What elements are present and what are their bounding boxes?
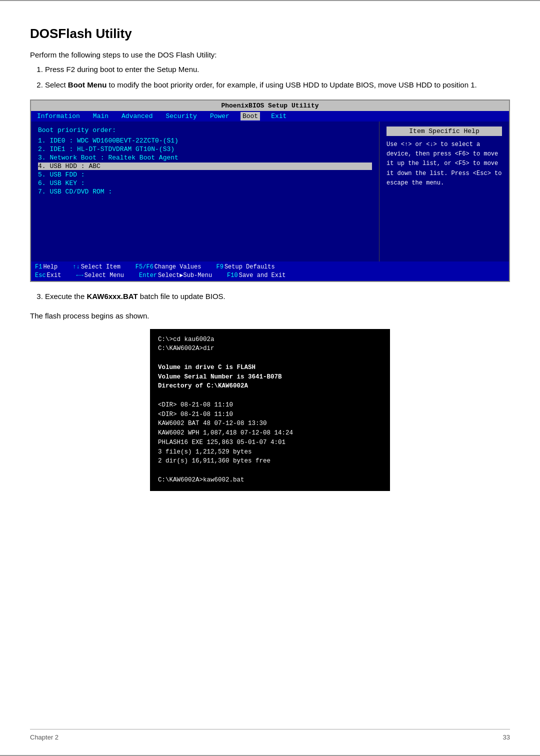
bios-footer-f9: F9 Setup Defaults	[216, 264, 274, 270]
bios-boot-item-0[interactable]: 1. IDE0 : WDC WD1600BEVT-22ZCT0-(S1)	[38, 137, 372, 144]
dos-line-14	[158, 466, 382, 476]
step-2-prefix: Select	[45, 80, 68, 89]
bios-boot-item-4[interactable]: 5. USB FDD :	[38, 171, 372, 178]
step-2-suffix: to modify the boot priority order, for e…	[106, 80, 476, 89]
dos-line-10: KAW6002 WPH 1,087,418 07-12-08 14:24	[158, 428, 382, 438]
bios-key-enter: Enter	[139, 272, 157, 279]
bios-menu-bar: Information Main Advanced Security Power…	[31, 111, 509, 122]
bios-menu-boot[interactable]: Boot	[240, 112, 260, 120]
bios-screenshot: PhoenixBIOS Setup Utility Information Ma…	[30, 100, 510, 282]
bios-label-exit: Exit	[47, 272, 62, 279]
bios-key-lr: ←→	[76, 272, 83, 279]
dos-line-1: C:\KAW6002A>dir	[158, 344, 382, 354]
bios-key-esc: Esc	[35, 272, 46, 279]
footer-chapter: Chapter 2	[30, 734, 58, 741]
bios-key-arrows: ↑↓	[72, 264, 80, 270]
bios-help-title: Item Specific Help	[386, 126, 502, 136]
step-1-text: Press F2 during boot to enter the Setup …	[45, 65, 200, 74]
bios-menu-security[interactable]: Security	[164, 112, 198, 120]
dos-line-13: 2 dir(s) 16,911,360 bytes free	[158, 456, 382, 466]
bios-label-change: Change Values	[154, 264, 202, 270]
step-2-bold: Boot Menu	[68, 80, 106, 89]
bios-key-f9: F9	[216, 264, 223, 270]
bios-menu-exit[interactable]: Exit	[269, 112, 288, 120]
step-2: Select Boot Menu to modify the boot prio…	[45, 80, 510, 91]
bios-label-submenu: Select▶Sub-Menu	[158, 272, 212, 279]
bios-footer: F1 Help ↑↓ Select Item F5/F6 Change Valu…	[31, 262, 509, 281]
page-title: DOSFlash Utility	[30, 26, 510, 42]
dos-line-15: C:\KAW6002A>kaw6002.bat	[158, 476, 382, 485]
bios-menu-power[interactable]: Power	[208, 112, 232, 120]
bios-menu-main[interactable]: Main	[91, 112, 110, 120]
dos-line-12: 3 file(s) 1,212,529 bytes	[158, 448, 382, 457]
step-3-bold: KAW6xxx.BAT	[86, 292, 138, 300]
page-footer: Chapter 2 33	[30, 729, 510, 741]
bios-boot-label: Boot priority order:	[38, 126, 372, 134]
bios-footer-row1: F1 Help ↑↓ Select Item F5/F6 Change Valu…	[35, 263, 505, 271]
intro-text: Perform the following steps to use the D…	[30, 50, 510, 59]
bios-boot-item-6[interactable]: 7. USB CD/DVD ROM :	[38, 188, 372, 196]
bios-footer-esc: Esc Exit	[35, 272, 61, 279]
bios-boot-item-1[interactable]: 2. IDE1 : HL-DT-STDVDRAM GT10N-(S3)	[38, 146, 372, 153]
dos-line-11: PHLASH16 EXE 125,863 05-01-07 4:01	[158, 438, 382, 448]
bios-menu-information[interactable]: Information	[35, 112, 82, 120]
bios-footer-f5f6: F5/F6 Change Values	[136, 264, 202, 270]
dos-line-9: KAW6002 BAT 48 07-12-08 13:30	[158, 419, 382, 428]
bios-title: PhoenixBIOS Setup Utility	[31, 100, 509, 111]
step-3: Execute the KAW6xxx.BAT batch file to up…	[45, 291, 510, 302]
page-container: DOSFlash Utility Perform the following s…	[0, 0, 540, 756]
bios-label-select-item: Select Item	[81, 264, 120, 270]
dos-line-7: <DIR> 08-21-08 11:10	[158, 400, 382, 410]
bios-label-defaults: Setup Defaults	[224, 264, 275, 270]
dos-line-6	[158, 391, 382, 400]
bios-boot-item-2[interactable]: 3. Network Boot : Realtek Boot Agent	[38, 154, 372, 162]
dos-line-5: Directory of C:\KAW6002A	[158, 382, 382, 391]
bios-footer-f10: F10 Save and Exit	[227, 272, 286, 279]
bios-boot-item-3[interactable]: 4. USB HDD : ABC	[38, 162, 372, 170]
bios-right-panel: Item Specific Help Use <↑> or <↓> to sel…	[379, 122, 509, 262]
steps-list: Press F2 during boot to enter the Setup …	[45, 64, 510, 90]
bios-footer-enter: Enter Select▶Sub-Menu	[139, 272, 212, 279]
step-3-prefix: Execute the	[45, 292, 86, 300]
bios-menu-advanced[interactable]: Advanced	[120, 112, 154, 120]
bios-footer-select-menu: ←→ Select Menu	[76, 272, 124, 279]
dos-line-0: C:\>cd kau6002a	[158, 335, 382, 344]
bios-boot-item-5[interactable]: 6. USB KEY :	[38, 180, 372, 187]
bios-help-text: Use <↑> or <↓> to select a device, then …	[386, 140, 502, 188]
dos-line-2	[158, 354, 382, 363]
bios-footer-f1: F1 Help	[35, 264, 58, 270]
bios-label-select-menu: Select Menu	[84, 272, 124, 279]
dos-line-4: Volume Serial Number is 3641-B07B	[158, 372, 382, 382]
step-1: Press F2 during boot to enter the Setup …	[45, 64, 510, 76]
dos-line-3: Volume in drive C is FLASH	[158, 363, 382, 372]
bios-body: Boot priority order: 1. IDE0 : WDC WD160…	[31, 122, 509, 262]
step-3-suffix: batch file to update BIOS.	[138, 292, 226, 300]
sub-text: The flash process begins as shown.	[30, 312, 510, 320]
footer-page-number: 33	[503, 734, 510, 741]
bios-key-f10: F10	[227, 272, 238, 279]
dos-line-8: <DIR> 08-21-08 11:10	[158, 410, 382, 420]
bios-left-panel: Boot priority order: 1. IDE0 : WDC WD160…	[31, 122, 379, 262]
steps-list-2: Execute the KAW6xxx.BAT batch file to up…	[45, 291, 510, 302]
bios-footer-row2: Esc Exit ←→ Select Menu Enter Select▶Sub…	[35, 271, 505, 280]
bios-label-help: Help	[43, 264, 58, 270]
dos-screenshot: C:\>cd kau6002a C:\KAW6002A>dir Volume i…	[150, 329, 390, 491]
bios-key-f5f6: F5/F6	[136, 264, 154, 270]
bios-footer-select-item: ↑↓ Select Item	[72, 264, 120, 270]
bios-label-save-exit: Save and Exit	[239, 272, 286, 279]
bios-key-f1: F1	[35, 264, 42, 270]
